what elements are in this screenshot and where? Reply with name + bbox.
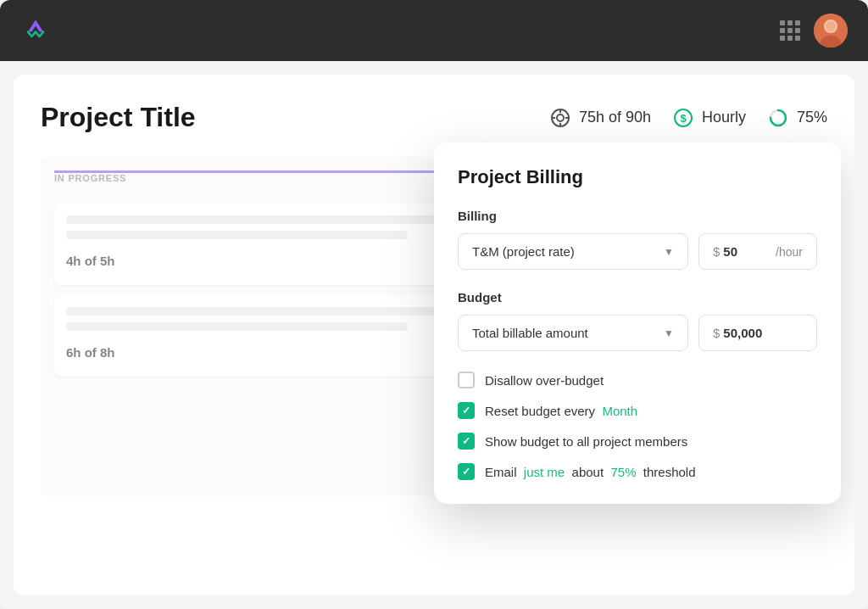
topbar-right	[780, 14, 848, 47]
checkbox-label: Show budget to all project members	[485, 434, 687, 449]
billing-row: T&M (project rate) ▼ $ 50 /hour	[458, 233, 817, 270]
progress-label: 75%	[797, 109, 827, 126]
clock-icon	[548, 106, 572, 130]
checkbox-checked-icon[interactable]: ✓	[458, 463, 475, 480]
checkbox-label: Disallow over-budget	[485, 373, 604, 388]
rate-unit: /hour	[776, 245, 803, 259]
billing-label: Hourly	[702, 109, 746, 126]
svg-text:$: $	[680, 112, 687, 125]
billing-stat: $ Hourly	[671, 106, 746, 130]
task-line	[66, 322, 408, 331]
billing-section-label: Billing	[458, 209, 817, 223]
checkbox-disallow-over-budget: Disallow over-budget	[458, 372, 817, 388]
reset-label-link[interactable]: Month	[602, 404, 637, 418]
rate-value: 50	[723, 244, 772, 259]
budget-section-label: Budget	[458, 290, 817, 304]
task-time: 4h of 5h	[66, 254, 115, 268]
hours-label: 75h of 90h	[579, 109, 651, 126]
hours-stat: 75h of 90h	[548, 106, 651, 130]
budget-row: Total billable amount ▼ $ 50,000	[458, 315, 817, 351]
email-label-middle: about	[572, 465, 604, 479]
budget-value: 50,000	[723, 326, 803, 340]
billing-popup: Project Billing Billing T&M (project rat…	[434, 142, 841, 504]
rate-field: $ 50 /hour	[698, 233, 817, 270]
billing-type-value: T&M (project rate)	[472, 244, 575, 259]
checkbox-group: Disallow over-budget ✓ Reset budget ever…	[458, 372, 817, 480]
project-stats: 75h of 90h $ Hourly	[548, 106, 827, 130]
checkbox-email-threshold: ✓ Email just me about 75% threshold	[458, 463, 817, 480]
budget-field: $ 50,000	[698, 315, 817, 351]
checkbox-checked-icon[interactable]: ✓	[458, 402, 475, 419]
email-label-before: Email	[485, 465, 517, 479]
reset-label-before: Reset budget every	[485, 404, 595, 418]
checkbox-unchecked-icon[interactable]	[458, 372, 475, 388]
checkbox-label: Reset budget every Month	[485, 404, 637, 418]
billing-type-dropdown[interactable]: T&M (project rate) ▼	[458, 233, 688, 270]
progress-circle-icon	[766, 106, 790, 130]
email-threshold-link[interactable]: 75%	[610, 465, 636, 479]
progress-stat: 75%	[766, 106, 827, 130]
email-just-me-link[interactable]: just me	[524, 465, 565, 479]
task-time: 6h of 8h	[66, 345, 115, 360]
budget-currency: $	[713, 326, 720, 340]
checkbox-label: Email just me about 75% threshold	[485, 465, 696, 479]
avatar[interactable]	[814, 14, 848, 47]
svg-point-3	[826, 21, 836, 31]
dollar-icon: $	[671, 106, 695, 130]
rate-currency: $	[713, 244, 720, 259]
project-header: Project Title 75h of 90h	[41, 102, 827, 133]
checkbox-checked-icon[interactable]: ✓	[458, 433, 475, 450]
svg-point-5	[557, 115, 564, 121]
main-content: Project Title 75h of 90h	[14, 75, 854, 595]
checkbox-show-budget: ✓ Show budget to all project members	[458, 433, 817, 450]
topbar	[0, 0, 868, 61]
app-container: Project Title 75h of 90h	[0, 0, 868, 609]
logo[interactable]	[20, 14, 51, 47]
dropdown-arrow-icon: ▼	[664, 327, 674, 339]
project-title: Project Title	[41, 102, 196, 133]
budget-type-value: Total billable amount	[472, 326, 588, 340]
popup-title: Project Billing	[458, 166, 817, 188]
apps-grid-icon[interactable]	[780, 20, 800, 41]
task-line	[66, 231, 408, 239]
email-label-after: threshold	[643, 465, 696, 479]
dropdown-arrow-icon: ▼	[664, 246, 674, 258]
budget-type-dropdown[interactable]: Total billable amount ▼	[458, 315, 688, 351]
checkbox-reset-budget: ✓ Reset budget every Month	[458, 402, 817, 419]
